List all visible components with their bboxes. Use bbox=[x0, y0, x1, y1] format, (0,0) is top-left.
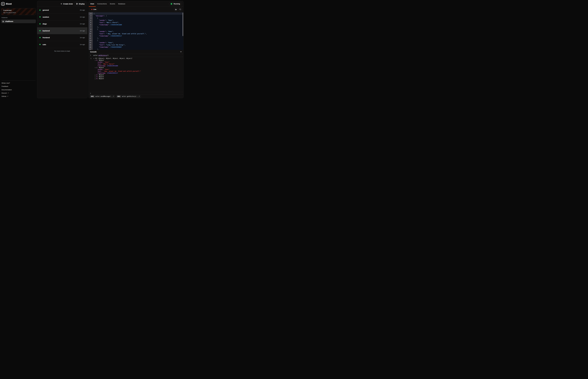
console-collapse-button[interactable] bbox=[180, 51, 182, 53]
editor-gutter: 5 bbox=[89, 21, 93, 24]
triangle-right-icon[interactable]: ▶ bbox=[95, 78, 96, 80]
token-c: : bbox=[104, 44, 106, 46]
fold-chevron-icon[interactable] bbox=[91, 40, 93, 41]
display-button[interactable]: Display bbox=[75, 2, 86, 6]
tab-bar: StateConnectionsEventsDatabase Running bbox=[89, 1, 183, 7]
token-p: } bbox=[97, 26, 98, 28]
editor-line[interactable]: 5 "text": "Who’s there?", bbox=[89, 21, 183, 24]
triangle-right-icon[interactable]: ▶ bbox=[95, 76, 96, 78]
editor-line[interactable]: 2 "messages": [ bbox=[89, 15, 183, 17]
sidebar-link-whats-new[interactable]: Whats new? bbox=[1, 81, 36, 85]
editor-line[interactable]: 15 "text": "Long live the King!", bbox=[89, 44, 183, 46]
console-tree-row[interactable]: ▼1: Object bbox=[89, 67, 183, 69]
editor-line[interactable]: 17 }, bbox=[89, 48, 183, 50]
token-p: [ bbox=[106, 15, 107, 17]
rpc-button-actor-gethistory[interactable]: RPCactor.getHistory(...) bbox=[116, 95, 141, 98]
triangle-down-icon[interactable]: ▼ bbox=[94, 58, 95, 60]
state-toolbar: Live bbox=[89, 7, 183, 12]
fold-chevron-icon[interactable] bbox=[91, 13, 93, 14]
console-tree-row[interactable]: ▼0: Object bbox=[89, 60, 183, 61]
token-c: : bbox=[106, 19, 108, 21]
summary-text: (5) [Object, Object, Object, Object, Obj… bbox=[95, 58, 132, 59]
fold-chevron-icon[interactable] bbox=[91, 29, 93, 30]
editor-line[interactable]: 11 "timestamp": 1764043995517 bbox=[89, 35, 183, 37]
code-line: "sender": "User", bbox=[93, 19, 183, 21]
actor-name: general bbox=[43, 9, 49, 11]
rpc-badge: RPC bbox=[90, 95, 95, 97]
sidebar-link-feedback[interactable]: Feedback bbox=[1, 85, 36, 88]
editor-line[interactable]: 16 "timestamp": 1764043999867 bbox=[89, 46, 183, 48]
editor-line[interactable]: 14 "sender": "User", bbox=[89, 42, 183, 44]
console-tree-row[interactable]: text: " Nay, answer me. Stand and unfold… bbox=[89, 70, 183, 72]
actor-name: cats bbox=[43, 44, 46, 46]
console-prompt-row[interactable] bbox=[89, 92, 183, 95]
sidebar-link-github[interactable]: GitHub↗ bbox=[1, 95, 36, 98]
editor-gutter: 8 bbox=[89, 28, 93, 30]
actor-row-frontend[interactable]: frontend1m ago bbox=[37, 34, 87, 41]
editor-line[interactable]: 6 "timestamp": 1764043991880 bbox=[89, 24, 183, 26]
editor-line[interactable]: 13 { bbox=[89, 39, 183, 42]
editor-scrollbar[interactable] bbox=[183, 13, 183, 36]
console-history-entry: actor.getHistory() bbox=[89, 54, 183, 57]
tab-database[interactable]: Database bbox=[117, 1, 127, 7]
token-p: } bbox=[97, 48, 98, 50]
line-number: 16 bbox=[89, 46, 91, 48]
console-tree-row[interactable]: ▶3: Object bbox=[89, 76, 183, 78]
sidebar-footer: Whats new?FeedbackDocumentationDiscord↗G… bbox=[1, 80, 36, 98]
rpc-button-actor-sendmessage[interactable]: RPCactor.sendMessage(...) bbox=[90, 95, 115, 98]
console-tree-row[interactable]: timestamp: 1764043995517 bbox=[89, 72, 183, 74]
connection-url: http://localhost:6420 bbox=[3, 12, 34, 14]
editor-line[interactable]: 10 "text": " Nay, answer me. Stand and u… bbox=[89, 32, 183, 35]
token-plain: () bbox=[107, 55, 109, 56]
token-c: , bbox=[125, 44, 126, 46]
chevron-right-icon bbox=[90, 55, 92, 56]
tab-events[interactable]: Events bbox=[109, 1, 117, 7]
tab-state[interactable]: State bbox=[89, 1, 96, 7]
console-tree-row[interactable]: ▶4: Object bbox=[89, 78, 183, 80]
console-tree-row[interactable]: timestamp: 1764043991880 bbox=[89, 65, 183, 67]
editor-line[interactable]: 12 }, bbox=[89, 37, 183, 39]
token-w bbox=[94, 39, 97, 41]
actor-row-cats[interactable]: cats1m ago bbox=[37, 41, 87, 48]
token-k: "sender" bbox=[99, 31, 106, 32]
token-w bbox=[94, 19, 99, 21]
console-tree-row[interactable]: sender: "User" bbox=[89, 61, 183, 63]
live-badge[interactable]: Live bbox=[90, 8, 98, 11]
tab-connections[interactable]: Connections bbox=[96, 1, 109, 7]
token-c: , bbox=[146, 33, 147, 34]
editor-line[interactable]: 9 "sender": "User", bbox=[89, 30, 183, 32]
revert-state-button[interactable] bbox=[178, 8, 182, 11]
line-number: 6 bbox=[89, 24, 91, 26]
triangle-right-icon[interactable]: ▶ bbox=[95, 74, 96, 76]
fold-chevron-icon[interactable] bbox=[91, 17, 93, 18]
state-json-editor[interactable]: 1{2 "messages": [3 {4 "sender": "User",5… bbox=[89, 12, 183, 50]
sidebar-link-discord[interactable]: Discord↗ bbox=[1, 91, 36, 95]
editor-gutter: 3 bbox=[89, 17, 93, 19]
actor-row-backend[interactable]: backend1m ago bbox=[37, 27, 87, 34]
actor-row-general[interactable]: general2m ago bbox=[37, 7, 87, 14]
actor-row-random[interactable]: random1m ago bbox=[37, 14, 87, 21]
sidebar-item-chatroom[interactable]: chatRoom bbox=[1, 19, 36, 23]
line-number: 12 bbox=[89, 37, 91, 39]
save-state-button[interactable] bbox=[174, 8, 177, 11]
actor-name: dogs bbox=[43, 23, 47, 25]
triangle-down-icon[interactable]: ▼ bbox=[95, 67, 96, 69]
editor-line[interactable]: 8 { bbox=[89, 28, 183, 30]
console-tree-row[interactable]: text: "Who’s there?" bbox=[89, 63, 183, 65]
editor-line[interactable]: 7 }, bbox=[89, 26, 183, 28]
token-plain: actor. bbox=[93, 55, 98, 56]
sidebar-link-documentation[interactable]: Documentation bbox=[1, 88, 36, 91]
token-p: { bbox=[94, 13, 95, 15]
actor-row-dogs[interactable]: dogs1m ago bbox=[37, 20, 87, 27]
triangle-down-icon[interactable]: ▼ bbox=[95, 60, 96, 61]
token-key: 2: bbox=[96, 74, 98, 76]
editor-gutter: 7 bbox=[89, 26, 93, 28]
line-number: 13 bbox=[89, 40, 91, 41]
editor-line[interactable]: 1{ bbox=[89, 13, 183, 15]
fold-chevron-icon[interactable] bbox=[91, 15, 93, 16]
create-actor-button[interactable]: Create Actor bbox=[59, 2, 74, 5]
console-tree-row[interactable]: sender: "User" bbox=[89, 69, 183, 70]
editor-line[interactable]: 4 "sender": "User", bbox=[89, 19, 183, 21]
console-tree-row[interactable]: ▶2: Object bbox=[89, 74, 183, 76]
editor-line[interactable]: 3 { bbox=[89, 17, 183, 19]
